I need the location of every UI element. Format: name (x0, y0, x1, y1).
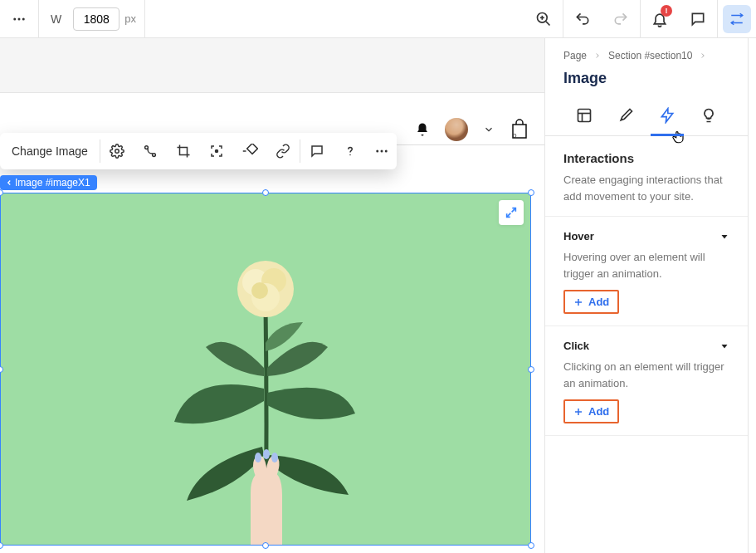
top-bar-left: W px (0, 0, 145, 37)
help-button[interactable] (334, 133, 367, 169)
svg-point-15 (349, 154, 351, 156)
breadcrumb: Page Section #section10 (545, 38, 748, 70)
toolbar-comment-button[interactable] (300, 133, 334, 169)
svg-point-17 (380, 150, 383, 153)
svg-point-2 (22, 17, 25, 20)
caret-down-icon (719, 341, 729, 351)
mask-button[interactable] (233, 133, 266, 169)
more-horizontal-icon (12, 12, 27, 27)
hover-toggle[interactable]: Hover (563, 230, 729, 242)
canvas-image[interactable] (0, 193, 531, 546)
breadcrumb-section[interactable]: Section #section10 (608, 50, 692, 61)
more-horizontal-icon (374, 144, 389, 159)
resize-handle[interactable] (0, 542, 3, 549)
comment-icon (310, 144, 324, 159)
svg-point-1 (18, 17, 21, 20)
gear-icon (110, 144, 124, 159)
svg-rect-29 (578, 110, 591, 122)
notifications-button[interactable]: ! (641, 0, 679, 37)
svg-line-4 (546, 21, 550, 25)
notification-badge: ! (661, 5, 672, 17)
click-desc: Clicking on an element will trigger an a… (563, 359, 729, 391)
svg-point-25 (251, 282, 268, 299)
brush-icon (617, 107, 634, 124)
svg-point-16 (376, 150, 378, 153)
svg-point-11 (152, 154, 155, 157)
resize-handle[interactable] (528, 542, 534, 549)
mask-icon (241, 144, 258, 159)
px-label: px (124, 12, 136, 25)
tab-interactions[interactable] (646, 100, 688, 135)
interactions-title: Interactions (563, 151, 729, 165)
interactions-desc: Create engaging interactions that add mo… (563, 172, 729, 204)
redo-button[interactable] (602, 0, 640, 37)
layout-icon (576, 107, 593, 124)
tab-help[interactable] (688, 100, 729, 135)
link-button[interactable] (266, 133, 300, 169)
add-label: Add (588, 405, 609, 418)
undo-button[interactable] (563, 0, 602, 37)
svg-point-9 (115, 149, 119, 154)
click-add-button[interactable]: Add (563, 399, 619, 423)
focal-point-button[interactable] (200, 133, 233, 169)
cart-count: 0 (513, 132, 516, 139)
svg-point-0 (13, 17, 16, 20)
breadcrumb-page[interactable]: Page (563, 50, 587, 61)
zoom-in-button[interactable] (524, 0, 563, 37)
tab-layout[interactable] (563, 100, 605, 135)
selection-badge-label: Image #imageX1 (15, 177, 90, 188)
focal-point-icon (209, 144, 224, 159)
width-input[interactable] (73, 7, 119, 31)
cart-button[interactable]: 0 (510, 118, 529, 141)
help-icon (343, 144, 358, 159)
zoom-in-icon (535, 11, 552, 27)
hover-title: Hover (563, 230, 594, 242)
comments-button[interactable] (679, 0, 717, 37)
svg-marker-32 (661, 109, 672, 123)
expand-button[interactable] (499, 200, 524, 225)
resize-handle[interactable] (528, 189, 534, 196)
svg-point-27 (263, 449, 270, 459)
divider (545, 435, 748, 436)
selection-badge[interactable]: Image #imageX1 (0, 175, 97, 190)
inspector-toggle-button[interactable] (723, 5, 751, 33)
change-image-button[interactable]: Change Image (0, 133, 100, 169)
tab-design[interactable] (605, 100, 646, 135)
inspector-panel: Page Section #section10 Image Interactio… (544, 38, 749, 553)
resize-handle[interactable] (262, 189, 269, 196)
site-bell-icon[interactable] (415, 122, 430, 137)
chevron-right-icon (593, 51, 602, 60)
lightbulb-icon (700, 107, 717, 124)
crop-button[interactable] (167, 133, 200, 169)
more-menu-button[interactable] (0, 0, 38, 37)
svg-marker-33 (722, 235, 728, 239)
svg-point-12 (215, 150, 217, 153)
svg-point-10 (144, 146, 148, 149)
resize-handle[interactable] (262, 542, 269, 549)
click-toggle[interactable]: Click (563, 340, 729, 352)
svg-point-26 (255, 453, 261, 462)
svg-point-28 (271, 453, 278, 462)
resize-handle[interactable] (528, 366, 534, 373)
undo-icon (574, 11, 591, 27)
animation-button[interactable] (134, 133, 167, 169)
top-bar: W px ! (0, 0, 756, 38)
comment-icon (690, 11, 706, 27)
hover-desc: Hovering over an element will trigger an… (563, 249, 729, 281)
hover-add-button[interactable]: Add (563, 290, 619, 314)
svg-point-18 (385, 150, 388, 153)
toolbar-more-button[interactable] (367, 133, 397, 169)
animation-icon (143, 144, 158, 159)
plus-icon (573, 297, 583, 307)
link-icon (276, 144, 290, 159)
chevron-right-icon (699, 51, 707, 60)
image-toolbar: Change Image (0, 133, 397, 169)
interactions-section: Interactions Create engaging interaction… (545, 136, 748, 217)
cursor-hand-icon (671, 130, 685, 144)
settings-button[interactable] (100, 133, 134, 169)
svg-rect-13 (246, 144, 257, 154)
avatar[interactable] (445, 118, 468, 141)
panel-right-icon (729, 12, 744, 27)
chevron-down-icon[interactable] (483, 124, 495, 135)
flower-illustration (141, 206, 390, 546)
